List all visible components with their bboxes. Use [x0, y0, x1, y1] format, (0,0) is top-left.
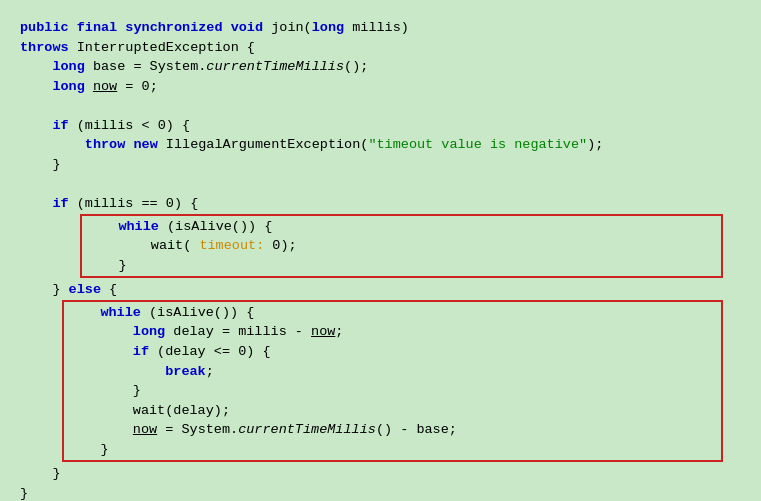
- var-now-3: now: [133, 422, 157, 437]
- code-line-13: }: [86, 256, 717, 276]
- code-line-3: long base = System.currentTimeMillis();: [20, 57, 741, 77]
- code-line-17: if (delay <= 0) {: [68, 342, 717, 362]
- label-timeout: timeout:: [199, 238, 264, 253]
- keyword-new-1: new: [133, 137, 157, 152]
- code-line-10: if (millis == 0) {: [20, 194, 741, 214]
- code-line-19: }: [68, 381, 717, 401]
- code-line-24: }: [20, 484, 741, 501]
- var-now-1: now: [93, 79, 117, 94]
- code-line-23: }: [20, 464, 741, 484]
- code-line-11: while (isAlive()) {: [86, 217, 717, 237]
- code-line-15: while (isAlive()) {: [68, 303, 717, 323]
- keyword-if-1: if: [52, 118, 68, 133]
- keyword-long: long: [312, 20, 344, 35]
- code-line-4: long now = 0;: [20, 77, 741, 97]
- code-line-20: wait(delay);: [68, 401, 717, 421]
- code-line-2: throws InterruptedException {: [20, 38, 741, 58]
- var-now-2: now: [311, 324, 335, 339]
- keyword-synchronized: synchronized: [125, 20, 222, 35]
- keyword-if-2: if: [52, 196, 68, 211]
- string-timeout-negative: "timeout value is negative": [368, 137, 587, 152]
- keyword-while-2: while: [100, 305, 141, 320]
- code-line-9: [20, 175, 741, 195]
- code-line-1: public final synchronized void join(long…: [20, 18, 741, 38]
- code-container: public final synchronized void join(long…: [10, 10, 751, 501]
- keyword-long-3: long: [52, 79, 84, 94]
- keyword-void: void: [231, 20, 263, 35]
- code-line-22: }: [68, 440, 717, 460]
- code-line-21: now = System.currentTimeMillis() - base;: [68, 420, 717, 440]
- code-line-7: throw new IllegalArgumentException("time…: [20, 135, 741, 155]
- code-line-5: [20, 96, 741, 116]
- keyword-while-1: while: [118, 219, 159, 234]
- method-currentTimeMillis: currentTimeMillis: [206, 59, 344, 74]
- code-line-14: } else {: [20, 280, 741, 300]
- code-line-8: }: [20, 155, 741, 175]
- keyword-public: public: [20, 20, 69, 35]
- keyword-throws: throws: [20, 40, 69, 55]
- keyword-if-3: if: [133, 344, 149, 359]
- keyword-final: final: [77, 20, 118, 35]
- keyword-throw: throw: [85, 137, 126, 152]
- keyword-break: break: [165, 364, 206, 379]
- code-line-6: if (millis < 0) {: [20, 116, 741, 136]
- keyword-else: else: [69, 282, 101, 297]
- code-line-18: break;: [68, 362, 717, 382]
- red-border-box-1: while (isAlive()) { wait( timeout: 0); }: [80, 214, 723, 279]
- code-line-12: wait( timeout: 0);: [86, 236, 717, 256]
- keyword-long-4: long: [133, 324, 165, 339]
- keyword-long-2: long: [52, 59, 84, 74]
- code-line-16: long delay = millis - now;: [68, 322, 717, 342]
- red-border-box-2: while (isAlive()) { long delay = millis …: [62, 300, 723, 463]
- method-currentTimeMillis-2: currentTimeMillis: [238, 422, 376, 437]
